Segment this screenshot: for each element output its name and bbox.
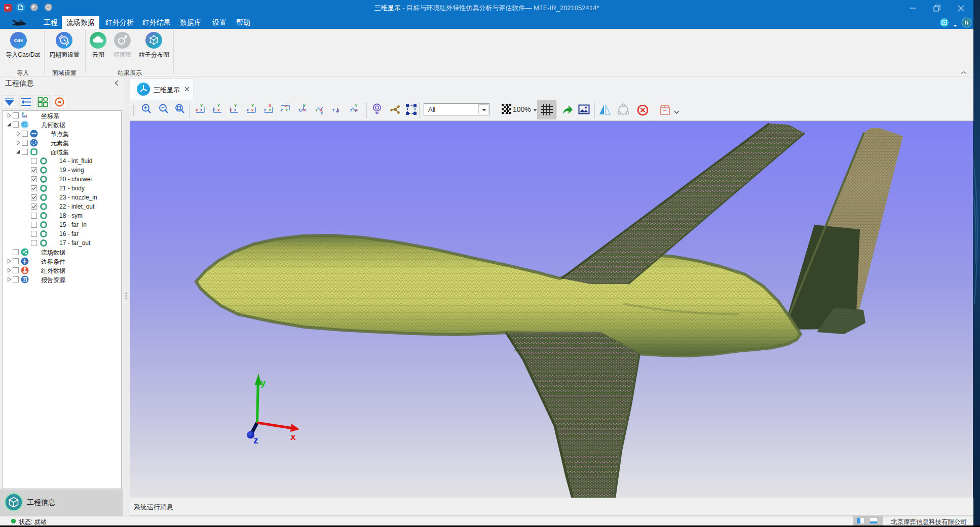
svg-text:z: z [253, 435, 258, 445]
svg-text:x: x [251, 108, 254, 112]
svg-text:z: z [332, 108, 334, 112]
svg-text:x: x [217, 108, 220, 112]
svg-text:Y: Y [251, 103, 254, 108]
svg-text:x: x [303, 108, 306, 112]
svg-text:x: x [230, 108, 232, 112]
svg-text:z: z [234, 108, 236, 112]
svg-text:z: z [200, 108, 202, 112]
svg-text:Y: Y [355, 103, 358, 108]
svg-text:x: x [196, 108, 198, 112]
svg-text:Y: Y [217, 103, 220, 108]
svg-text:z: z [350, 108, 352, 112]
svg-text:z: z [23, 114, 25, 117]
svg-text:x: x [320, 108, 322, 112]
svg-text:x: x [285, 103, 288, 108]
svg-text:Y: Y [285, 108, 288, 112]
svg-text:x: x [290, 431, 296, 442]
svg-text:y: y [260, 377, 266, 388]
svg-text:Y: Y [200, 103, 203, 108]
svg-text:X: X [269, 103, 272, 108]
svg-text:z: z [213, 108, 215, 112]
svg-text:x: x [355, 108, 357, 112]
svg-text:z: z [298, 108, 300, 112]
svg-text:z: z [281, 108, 283, 112]
svg-text:Y: Y [315, 108, 318, 112]
svg-text:x: x [337, 108, 340, 112]
svg-text:Y: Y [303, 103, 306, 108]
svg-text:Y: Y [234, 103, 237, 108]
svg-text:z: z [247, 108, 249, 112]
svg-text:Y: Y [269, 108, 272, 112]
svg-text:z: z [264, 108, 266, 112]
